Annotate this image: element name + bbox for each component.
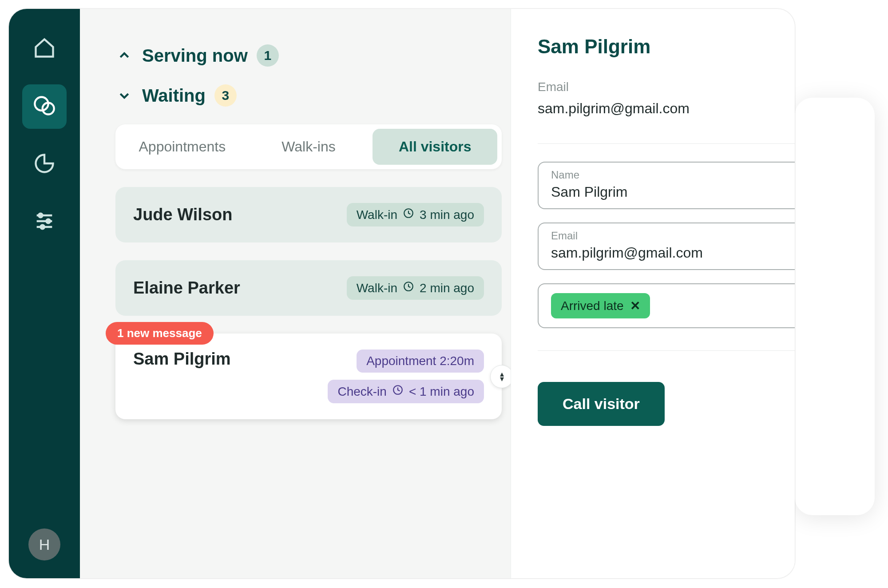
tab-all-visitors[interactable]: All visitors: [373, 129, 497, 165]
chip-time: 2 min ago: [420, 281, 474, 295]
chip-time: < 1 min ago: [409, 385, 474, 399]
nav-settings[interactable]: [22, 200, 67, 244]
visitor-name: Sam Pilgrim: [133, 350, 231, 369]
divider: [538, 143, 795, 144]
avatar-initial: H: [39, 536, 50, 553]
visitor-card-selected[interactable]: 1 new message Sam Pilgrim Appointment 2:…: [115, 334, 502, 419]
name-input[interactable]: Name Sam Pilgrim: [538, 162, 795, 209]
nav-queue[interactable]: [22, 84, 67, 129]
chip-time: 3 min ago: [420, 208, 474, 222]
sidebar: H: [9, 9, 80, 578]
section-serving-now[interactable]: Serving now 1: [115, 44, 484, 67]
detail-title: Sam Pilgrim: [538, 36, 795, 58]
status-tag: Arrived late ✕: [551, 293, 650, 318]
visitor-detail-panel: Sam Pilgrim Email sam.pilgrim@gmail.com …: [511, 9, 795, 578]
visitor-name: Jude Wilson: [133, 205, 232, 224]
sliders-icon: [33, 210, 56, 234]
tag-label: Arrived late: [561, 299, 624, 313]
chip-type: Walk-in: [357, 281, 397, 295]
pie-chart-icon: [33, 152, 56, 177]
home-icon: [33, 36, 56, 61]
visitor-name: Elaine Parker: [133, 278, 240, 298]
background-float-panel: [795, 98, 875, 515]
nav-home[interactable]: [22, 27, 67, 71]
remove-tag-icon[interactable]: ✕: [630, 298, 640, 313]
tags-input[interactable]: Arrived late ✕: [538, 283, 795, 328]
checkin-chip: Check-in < 1 min ago: [328, 380, 484, 403]
clock-icon: [403, 281, 414, 295]
name-input-label: Name: [551, 169, 782, 181]
email-input[interactable]: Email sam.pilgrim@gmail.com: [538, 222, 795, 270]
section-waiting-label: Waiting: [142, 86, 206, 106]
email-input-label: Email: [551, 230, 782, 242]
app-frame: H Serving now 1 Waiting 3 Appointments W…: [9, 9, 795, 578]
visitor-card[interactable]: Jude Wilson Walk-in 3 min ago: [115, 187, 502, 242]
visitor-card[interactable]: Elaine Parker Walk-in 2 min ago: [115, 260, 502, 316]
call-visitor-button[interactable]: Call visitor: [538, 382, 665, 426]
nav-reports[interactable]: [22, 142, 67, 187]
queue-panel: Serving now 1 Waiting 3 Appointments Wal…: [80, 9, 511, 578]
new-message-badge: 1 new message: [106, 322, 214, 345]
user-avatar[interactable]: H: [28, 528, 60, 560]
reorder-handle[interactable]: ▴ ▾: [490, 365, 511, 388]
tab-appointments[interactable]: Appointments: [120, 129, 245, 165]
chip-type: Walk-in: [357, 208, 397, 222]
visitor-filter-tabs: Appointments Walk-ins All visitors: [115, 124, 502, 169]
tab-walkins[interactable]: Walk-ins: [246, 129, 371, 165]
visitor-status-chip: Walk-in 3 min ago: [347, 203, 484, 226]
section-serving-label: Serving now: [142, 46, 248, 66]
chevron-up-icon: [115, 47, 133, 64]
clock-icon: [403, 207, 414, 222]
clock-icon: [392, 384, 404, 399]
email-input-value: sam.pilgrim@gmail.com: [551, 245, 782, 261]
waiting-count-badge: 3: [214, 84, 237, 107]
name-input-value: Sam Pilgrim: [551, 184, 782, 200]
chat-icon: [33, 94, 56, 119]
section-waiting[interactable]: Waiting 3: [115, 84, 484, 107]
email-label: Email: [538, 80, 795, 94]
visitor-status-chip: Walk-in 2 min ago: [347, 276, 484, 300]
chip-label: Check-in: [337, 385, 386, 399]
chevron-down-icon: ▾: [500, 377, 504, 381]
appointment-chip: Appointment 2:20m: [357, 350, 484, 373]
divider: [538, 350, 795, 351]
serving-count-badge: 1: [257, 44, 279, 67]
chevron-down-icon: [115, 87, 133, 104]
email-value: sam.pilgrim@gmail.com: [538, 100, 795, 117]
